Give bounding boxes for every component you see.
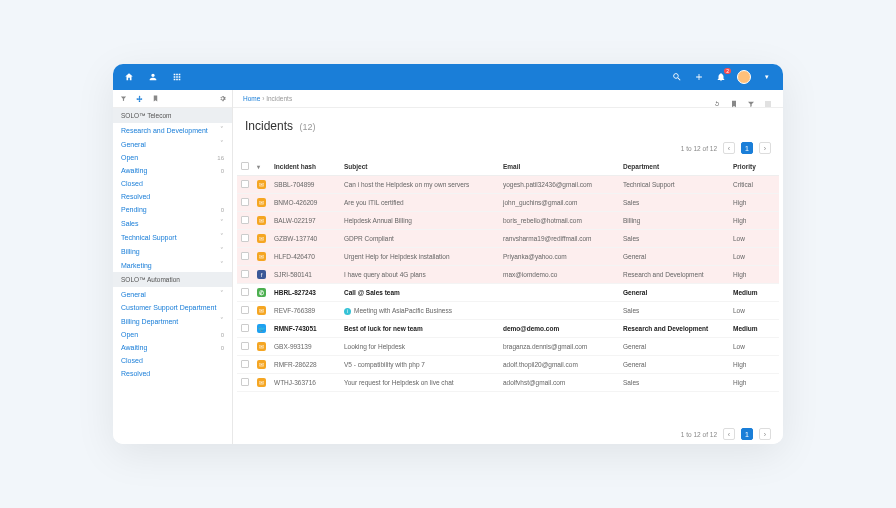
row-checkbox[interactable] [241, 198, 249, 206]
chevron-down-icon: ˅ [220, 233, 224, 241]
envelope-icon: ✉ [257, 198, 266, 207]
col-priority[interactable]: Priority [733, 163, 756, 170]
sidebar-item[interactable]: Marketing˅ [113, 258, 232, 272]
sidebar-item[interactable]: Billing˅ [113, 244, 232, 258]
apps-icon[interactable] [171, 71, 183, 83]
gear-icon[interactable] [218, 95, 226, 103]
cell-email: boris_rebello@hotmail.com [499, 212, 619, 230]
cell-email: adolfvhst@gmail.com [499, 374, 619, 392]
sidebar-item[interactable]: Open0 [113, 328, 232, 341]
row-checkbox[interactable] [241, 252, 249, 260]
home-icon[interactable] [123, 71, 135, 83]
search-icon[interactable] [671, 71, 683, 83]
cell-department: Research and Development [619, 320, 729, 338]
col-department[interactable]: Department [623, 163, 659, 170]
sidebar-item-label: Closed [121, 180, 224, 187]
sidebar-item[interactable]: Technical Support˅ [113, 230, 232, 244]
tw-icon: 🐦 [257, 324, 266, 333]
sidebar-toolbar [113, 90, 232, 108]
topbar-right: 2 ▾ [671, 70, 773, 84]
table-row[interactable]: ✉RMFR-286228V5 - compatibility with php … [237, 356, 779, 374]
sidebar-item[interactable]: General˅ [113, 137, 232, 151]
notification-icon[interactable]: 2 [715, 71, 727, 83]
row-checkbox[interactable] [241, 288, 249, 296]
pager-prev[interactable]: ‹ [723, 428, 735, 440]
bookmark-icon[interactable] [730, 94, 739, 103]
row-checkbox[interactable] [241, 216, 249, 224]
cell-email: Priyanka@yahoo.com [499, 248, 619, 266]
cell-hash: BALW-022197 [270, 212, 340, 230]
sort-type-icon[interactable]: ▾ [257, 164, 260, 170]
cell-department: General [619, 356, 729, 374]
main-toolbar: Home › Incidents [233, 90, 783, 108]
sidebar-item[interactable]: Customer Support Department [113, 301, 232, 314]
cell-hash: BNMO-426209 [270, 194, 340, 212]
cell-priority: High [729, 266, 779, 284]
sidebar-item[interactable]: Sales˅ [113, 216, 232, 230]
cell-email: ranvsharma19@rediffmail.com [499, 230, 619, 248]
filter-icon[interactable] [119, 95, 127, 103]
add-icon[interactable] [693, 71, 705, 83]
phone-icon: ✆ [257, 288, 266, 297]
table-row[interactable]: ✉BNMO-426209Are you ITIL certifiedjohn_g… [237, 194, 779, 212]
cell-department: Billing [619, 212, 729, 230]
col-subject[interactable]: Subject [344, 163, 367, 170]
row-checkbox[interactable] [241, 360, 249, 368]
envelope-icon: ✉ [257, 306, 266, 315]
pager-range: 1 to 12 of 12 [681, 431, 717, 438]
pager-next[interactable]: › [759, 142, 771, 154]
sidebar-item-count: 0 [221, 332, 224, 338]
cell-subject: Helpdesk Annual Billing [340, 212, 499, 230]
table-row[interactable]: ✉BALW-022197Helpdesk Annual Billingboris… [237, 212, 779, 230]
sidebar-item-label: Awaiting [121, 167, 221, 174]
sidebar-item[interactable]: Closed [113, 354, 232, 367]
table-row[interactable]: fSJRI-580141I have query about 4G plansm… [237, 266, 779, 284]
table-row[interactable]: 🐦RMNF-743051Best of luck for new teamdem… [237, 320, 779, 338]
sidebar-item[interactable]: Resolved [113, 190, 232, 203]
sidebar-item[interactable]: Pending0 [113, 203, 232, 216]
user-icon[interactable] [147, 71, 159, 83]
sidebar-item[interactable]: Billing Department˅ [113, 314, 232, 328]
table-wrap: ▾ Incident hash Subject Email Department… [233, 158, 783, 424]
sidebar-item-count: 16 [217, 155, 224, 161]
table-row[interactable]: ✉REVF-766389iMeeting with AsiaPacific Bu… [237, 302, 779, 320]
row-checkbox[interactable] [241, 180, 249, 188]
sidebar-item[interactable]: Research and Development˅ [113, 123, 232, 137]
sidebar-item[interactable]: Closed [113, 177, 232, 190]
sidebar: SOLO™ TelecomResearch and Development˅Ge… [113, 90, 233, 444]
breadcrumb-home[interactable]: Home [243, 95, 260, 102]
pager-next[interactable]: › [759, 428, 771, 440]
tree-icon[interactable] [135, 95, 143, 103]
sidebar-item[interactable]: General˅ [113, 287, 232, 301]
table-row[interactable]: ✉HLFD-426470Urgent Help for Helpdesk ins… [237, 248, 779, 266]
sidebar-item[interactable]: Awaiting0 [113, 341, 232, 354]
bookmark-icon[interactable] [151, 95, 159, 103]
row-checkbox[interactable] [241, 378, 249, 386]
row-checkbox[interactable] [241, 324, 249, 332]
list-icon[interactable] [764, 94, 773, 103]
table-row[interactable]: ✉GZBW-137740GDPR Compliantranvsharma19@r… [237, 230, 779, 248]
row-checkbox[interactable] [241, 342, 249, 350]
row-checkbox[interactable] [241, 270, 249, 278]
table-row[interactable]: ✉SBBL-704899Can i host the Helpdesk on m… [237, 176, 779, 194]
sidebar-item[interactable]: Awaiting0 [113, 164, 232, 177]
pager-prev[interactable]: ‹ [723, 142, 735, 154]
select-all-checkbox[interactable] [241, 162, 249, 170]
chevron-down-icon: ˅ [220, 219, 224, 227]
avatar[interactable] [737, 70, 751, 84]
table-row[interactable]: ✆HBRL-827243Call @ Sales teamGeneralMedi… [237, 284, 779, 302]
sidebar-item[interactable]: Resolved [113, 367, 232, 380]
refresh-icon[interactable] [713, 94, 722, 103]
table-row[interactable]: ✉WTHJ-363716Your request for Helpdesk on… [237, 374, 779, 392]
pager-current[interactable]: 1 [741, 142, 753, 154]
chevron-down-icon[interactable]: ▾ [761, 71, 773, 83]
col-email[interactable]: Email [503, 163, 520, 170]
table-row[interactable]: ✉GBX-993139Looking for Helpdeskbraganza.… [237, 338, 779, 356]
filter-icon[interactable] [747, 94, 756, 103]
cell-department: Sales [619, 194, 729, 212]
pager-current[interactable]: 1 [741, 428, 753, 440]
sidebar-item[interactable]: Open16 [113, 151, 232, 164]
row-checkbox[interactable] [241, 234, 249, 242]
row-checkbox[interactable] [241, 306, 249, 314]
col-hash[interactable]: Incident hash [274, 163, 316, 170]
